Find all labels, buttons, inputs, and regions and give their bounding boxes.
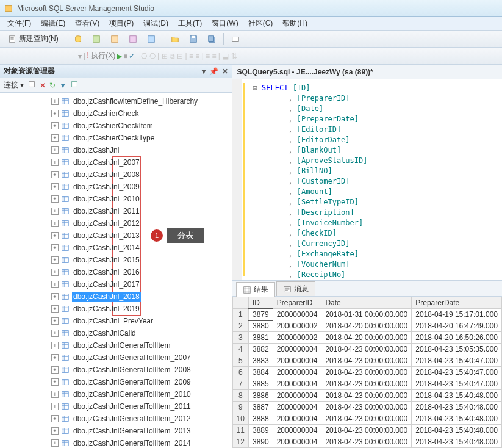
tree-item[interactable]: +dbo.jzCashJnl_2015 [0, 254, 232, 266]
column-header[interactable]: PreparerID [273, 297, 321, 309]
expand-icon[interactable]: + [51, 122, 59, 129]
tree-item[interactable]: +dbo.jzCashJnl_2018 [0, 291, 232, 303]
table-row[interactable]: 10388820000000042018-04-23 00:00:00.0002… [232, 413, 501, 425]
expand-icon[interactable]: + [51, 366, 59, 374]
expand-icon[interactable]: + [51, 378, 59, 386]
column-header[interactable] [232, 297, 248, 309]
expand-icon[interactable]: + [51, 134, 59, 142]
table-row[interactable]: 7388520000000042018-04-23 00:00:00.00020… [232, 378, 501, 390]
tree-item[interactable]: +dbo.jzCashJnlGeneralTollItem_2008 [0, 364, 232, 376]
menu-view[interactable]: 查看(V) [70, 18, 104, 29]
tree-item[interactable]: +dbo.jzCashJnl_2007 [0, 156, 232, 168]
expand-icon[interactable]: + [51, 195, 59, 203]
tree-item[interactable]: +dbo.jzCashJnlGeneralTollItem_2009 [0, 376, 232, 388]
tree-item[interactable]: +dbo.jzCashJnl_PrevYear [0, 315, 232, 327]
toolbar-icon[interactable] [27, 80, 36, 90]
expand-icon[interactable]: + [51, 281, 59, 288]
expand-icon[interactable]: + [51, 391, 59, 398]
menu-window[interactable]: 窗口(W) [207, 18, 243, 29]
menu-debug[interactable]: 调试(D) [138, 18, 173, 29]
expand-icon[interactable]: + [51, 171, 59, 178]
toolbar-icon-4[interactable] [124, 32, 142, 46]
column-header[interactable]: PreparerDate [412, 297, 502, 309]
expand-icon[interactable]: + [51, 354, 59, 361]
expand-icon[interactable]: + [51, 244, 59, 251]
tree-item[interactable]: +dbo.jzCashJnl_2016 [0, 266, 232, 278]
tree-item[interactable]: +dbo.jzCashJnlGeneralTollItem_2011 [0, 400, 232, 413]
expand-icon[interactable]: + [51, 220, 59, 227]
toolbar-icon-5[interactable] [143, 32, 160, 46]
sql-editor[interactable]: ⊟ SELECT [ID] , [PreparerID] , [Date] , … [232, 79, 502, 281]
expand-icon[interactable]: + [51, 269, 59, 276]
menu-tools[interactable]: 工具(T) [173, 18, 207, 29]
toolbar-db-icon[interactable] [70, 32, 87, 46]
save-icon[interactable] [185, 32, 202, 46]
toolbar-icon-3[interactable] [106, 32, 123, 46]
tree-item[interactable]: +dbo.jzCashflowItemDefine_Hiberarchy [0, 95, 232, 107]
expand-icon[interactable]: + [51, 146, 59, 154]
expand-icon[interactable]: + [51, 159, 59, 166]
tree-item[interactable]: +dbo.jzCashJnl_2012 [0, 217, 232, 229]
tree-item[interactable]: +dbo.jzCashJnlGeneralTollItem_2014 [0, 437, 232, 448]
open-icon[interactable] [167, 32, 184, 46]
expand-icon[interactable]: + [51, 208, 59, 215]
expand-icon[interactable]: + [51, 342, 59, 349]
expand-icon[interactable]: + [51, 317, 59, 325]
tree-item[interactable]: +dbo.jzCashJnl_2019 [0, 303, 232, 315]
tree-item[interactable]: +dbo.jzCashJnlGeneralTollItem_2010 [0, 388, 232, 400]
tree-item[interactable]: +dbo.jzCashJnl_2017 [0, 278, 232, 291]
connect-button[interactable]: 连接 ▾ [4, 80, 24, 90]
tree-item[interactable]: +dbo.jzCashierCheckType [0, 132, 232, 144]
menu-file[interactable]: 文件(F) [2, 18, 36, 29]
menu-edit[interactable]: 编辑(E) [36, 18, 70, 29]
tree-item[interactable]: +dbo.jzCashJnlGeneralTollItem [0, 339, 232, 352]
messages-tab[interactable]: 消息 [276, 281, 315, 296]
tree-item[interactable]: +dbo.jzCashierCheck [0, 107, 232, 120]
toolbar-icon[interactable]: ✕ [40, 81, 46, 90]
tree-item[interactable]: +dbo.jzCashJnl [0, 144, 232, 156]
debug-icon[interactable]: ▶ [117, 52, 122, 60]
expand-icon[interactable]: + [51, 415, 59, 422]
column-header[interactable]: ID [248, 297, 273, 309]
table-row[interactable]: 11388920000000042018-04-23 00:00:00.0002… [232, 425, 501, 436]
menu-help[interactable]: 帮助(H) [278, 18, 312, 29]
execute-button[interactable]: ! 执行(X) [87, 51, 115, 61]
expand-icon[interactable]: + [51, 98, 59, 105]
tree-item[interactable]: +dbo.jzCashJnl_2009 [0, 181, 232, 193]
menu-community[interactable]: 社区(C) [243, 18, 278, 29]
dropdown-icon[interactable]: ▾ [202, 67, 206, 76]
tree-item[interactable]: +dbo.jzCashJnl_2010 [0, 193, 232, 205]
table-row[interactable]: 6388420000000042018-04-23 00:00:00.00020… [232, 367, 501, 378]
results-grid[interactable]: IDPreparerIDDatePreparerDate 13879200000… [232, 297, 502, 448]
pin-icon[interactable]: 📌 [209, 67, 218, 76]
stop-icon[interactable]: ■ [123, 52, 127, 60]
expand-icon[interactable]: + [51, 330, 59, 337]
column-header[interactable]: Date [321, 297, 412, 309]
expand-icon[interactable]: + [51, 110, 59, 117]
tree-item[interactable]: +dbo.jzCashJnlGeneralTollItem_2012 [0, 413, 232, 425]
menu-project[interactable]: 项目(P) [104, 18, 138, 29]
table-row[interactable]: 5388320000000042018-04-23 00:00:00.00020… [232, 355, 501, 367]
new-query-button[interactable]: 新建查询(N) [4, 32, 63, 46]
expand-icon[interactable]: + [51, 403, 59, 410]
expand-icon[interactable]: + [51, 256, 59, 264]
expand-icon[interactable]: + [51, 232, 59, 239]
tree-item[interactable]: +dbo.jzCashierCheckItem [0, 120, 232, 132]
filter-icon[interactable]: ▼ [59, 81, 66, 90]
expand-icon[interactable]: + [51, 305, 59, 313]
expand-icon[interactable]: + [51, 293, 59, 300]
toolbar-icon-2[interactable] [88, 32, 105, 46]
tree-item[interactable]: +dbo.jzCashJnl_2014 [0, 242, 232, 254]
expand-icon[interactable]: + [51, 183, 59, 190]
tree-item[interactable]: +dbo.jzCashJnlCalid [0, 327, 232, 339]
expand-icon[interactable]: + [51, 427, 59, 435]
table-row[interactable]: 9388720000000042018-04-23 00:00:00.00020… [232, 402, 501, 413]
query-tab[interactable]: SQLQuery5.sql - JE....JeezWy (sa (89))* [232, 65, 502, 79]
refresh-icon[interactable]: ↻ [49, 81, 56, 90]
table-row[interactable]: 3388120000000022018-04-20 00:00:00.00020… [232, 332, 501, 344]
results-tab[interactable]: 结果 [236, 282, 275, 297]
table-row[interactable]: 8388620000000042018-04-23 00:00:00.00020… [232, 390, 501, 402]
tree-item[interactable]: +dbo.jzCashJnl_2011 [0, 205, 232, 217]
tree-item[interactable]: +dbo.jzCashJnlGeneralTollItem_2007 [0, 352, 232, 364]
object-tree[interactable]: 1 分表 +dbo.jzCashflowItemDefine_Hiberarch… [0, 93, 232, 448]
